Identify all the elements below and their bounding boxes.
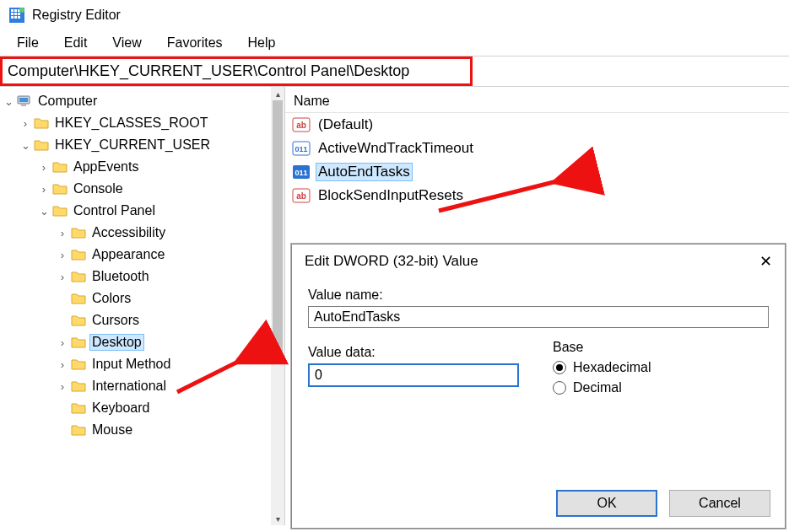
title-bar: Registry Editor [0,0,789,30]
svg-rect-12 [19,98,28,102]
reg-sz-icon: ab [292,116,311,134]
chevron-down-icon[interactable]: ⌄ [19,139,32,152]
scroll-down-icon[interactable]: ▾ [271,512,284,525]
value-name: AutoEndTasks [316,163,413,181]
tree-scrollbar[interactable]: ▴ ▾ [271,87,284,525]
folder-icon [52,203,68,218]
svg-rect-2 [14,9,17,12]
tree-node-keyboard[interactable]: › Keyboard [0,397,284,419]
list-row[interactable]: ab BlockSendInputResets [285,184,789,207]
tree-node-console[interactable]: › Console [0,178,284,200]
tree-node-appearance[interactable]: › Appearance [0,244,284,266]
reg-dword-icon: 011 [292,163,311,181]
folder-icon [71,269,86,284]
tree-label: Console [71,180,126,197]
tree-label: HKEY_CLASSES_ROOT [52,115,210,132]
tree-node-bluetooth[interactable]: › Bluetooth [0,266,284,287]
chevron-right-icon[interactable]: › [56,380,69,393]
menu-help[interactable]: Help [238,34,286,52]
tree-label: Desktop [89,334,144,351]
tree-label: Cursors [89,312,142,329]
list-row[interactable]: 011 AutoEndTasks [285,160,789,184]
svg-text:011: 011 [295,169,307,177]
radio-decimal[interactable]: Decimal [553,380,769,395]
svg-point-10 [19,8,24,13]
menu-view[interactable]: View [102,34,151,52]
folder-icon [34,137,49,153]
value-name-input[interactable] [308,306,769,328]
ok-button[interactable]: OK [556,490,657,517]
chevron-right-icon[interactable]: › [56,249,69,261]
tree-node-colors[interactable]: › Colors [0,287,284,309]
tree-label: Mouse [89,422,135,438]
folder-icon [34,116,49,131]
chevron-right-icon[interactable]: › [37,161,51,174]
value-data-input[interactable] [308,363,519,387]
tree-label: Control Panel [71,202,158,219]
value-name: (Default) [316,116,376,134]
chevron-right-icon[interactable]: › [56,336,69,349]
svg-rect-7 [11,16,14,19]
chevron-right-icon[interactable]: › [37,183,51,196]
svg-rect-6 [18,13,20,15]
tree-node-appevents[interactable]: › AppEvents [0,156,284,178]
svg-rect-8 [14,16,17,19]
tree-node-cursors[interactable]: › Cursors [0,309,284,331]
list-row[interactable]: ab (Default) [285,113,789,137]
menu-bar: File Edit View Favorites Help [0,30,789,56]
value-name: BlockSendInputResets [316,186,466,205]
chevron-right-icon[interactable]: › [56,358,69,371]
address-bar[interactable]: Computer\HKEY_CURRENT_USER\Control Panel… [0,56,473,86]
folder-icon [71,313,86,328]
tree-node-inputmethod[interactable]: › Input Method [0,353,284,375]
cancel-button[interactable]: Cancel [669,490,770,517]
tree-label: HKEY_CURRENT_USER [52,137,213,153]
folder-icon [71,247,86,262]
svg-rect-9 [18,16,20,19]
tree-label: Accessibility [89,224,168,241]
list-column-header-name[interactable]: Name [285,90,789,113]
tree-node-hkcu[interactable]: ⌄ HKEY_CURRENT_USER [0,134,284,156]
svg-text:011: 011 [295,145,307,153]
radio-label: Hexadecimal [573,360,651,375]
app-icon [8,7,25,24]
svg-rect-5 [14,13,17,15]
scroll-up-icon[interactable]: ▴ [271,87,284,100]
menu-file[interactable]: File [7,34,49,52]
menu-favorites[interactable]: Favorites [157,34,233,52]
computer-icon [17,94,32,109]
tree-node-international[interactable]: › International [0,375,284,397]
value-name: ActiveWndTrackTimeout [316,139,476,158]
tree-node-mouse[interactable]: › Mouse [0,419,284,441]
chevron-down-icon[interactable]: ⌄ [2,95,15,108]
tree-pane: ⌄ Computer › HKEY_CLASSES_ROOT [0,87,285,525]
folder-icon [71,357,86,372]
tree-label: AppEvents [71,159,141,175]
radio-label: Decimal [573,380,622,395]
address-bar-container: Computer\HKEY_CURRENT_USER\Control Panel… [0,56,789,86]
base-group-label: Base [553,340,769,355]
chevron-right-icon[interactable]: › [56,271,69,283]
value-data-label: Value data: [308,345,519,360]
tree-node-controlpanel[interactable]: ⌄ Control Panel [0,200,284,222]
tree-label: Appearance [89,246,167,263]
scroll-thumb[interactable] [273,100,283,353]
close-button[interactable]: ✕ [759,252,772,271]
radio-hexadecimal[interactable]: Hexadecimal [553,360,769,375]
chevron-right-icon[interactable]: › [56,227,69,239]
tree-label: International [89,378,169,395]
folder-icon [71,422,86,438]
tree-node-hkcr[interactable]: › HKEY_CLASSES_ROOT [0,112,284,134]
menu-edit[interactable]: Edit [54,34,98,52]
radio-dot-icon [553,361,566,374]
tree-node-accessibility[interactable]: › Accessibility [0,222,284,244]
chevron-down-icon[interactable]: ⌄ [37,205,51,218]
list-row[interactable]: 011 ActiveWndTrackTimeout [285,137,789,160]
folder-icon [71,225,86,240]
chevron-right-icon[interactable]: › [19,117,32,130]
tree-node-computer[interactable]: ⌄ Computer [0,90,284,112]
edit-dword-dialog: Edit DWORD (32-bit) Value ✕ Value name: … [290,243,786,529]
tree-node-desktop[interactable]: › Desktop [0,331,284,353]
window-title: Registry Editor [32,8,121,23]
value-name-label: Value name: [308,287,769,303]
